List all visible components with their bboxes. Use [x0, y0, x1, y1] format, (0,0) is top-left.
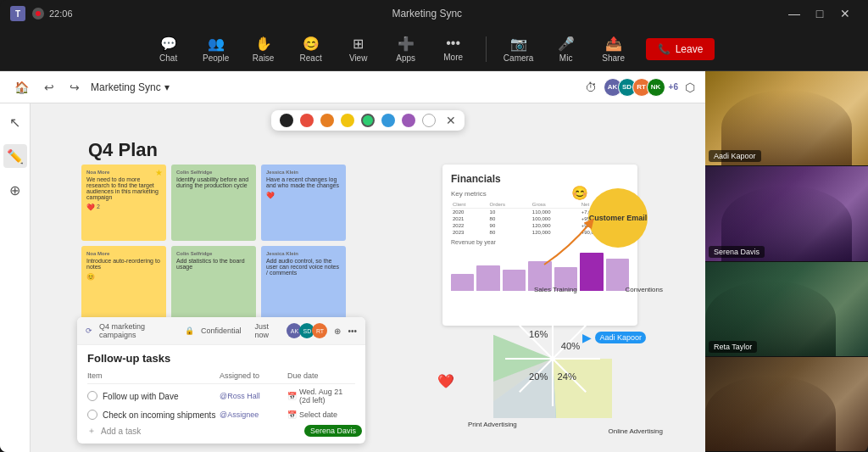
pie-label-sales-training: Sales Training [534, 286, 577, 293]
pen-color-green[interactable] [361, 114, 375, 127]
chat-icon: 💬 [160, 36, 177, 52]
divider [486, 36, 487, 62]
sticky-4-reaction: 😊 [86, 273, 161, 281]
breadcrumb: Marketing Sync ▾ [91, 81, 170, 93]
toolbar-time: 22:06 [49, 8, 73, 19]
pen-color-purple[interactable] [402, 114, 415, 127]
add-task-icon: ＋ [87, 425, 96, 437]
sticky-3-reaction: ❤️ [266, 192, 341, 199]
sticky-note-5[interactable]: Colin Selfridge Add statistics to the bo… [171, 246, 256, 322]
video-feed-aadi: Aadi Kapoor [705, 71, 868, 166]
person-silhouette-4 [705, 376, 836, 451]
calendar-icon-2: 📅 [287, 410, 297, 419]
share-icon: 📤 [605, 36, 622, 52]
timestamp: Just now [254, 322, 282, 339]
add-tool[interactable]: ⊕ [3, 178, 27, 202]
wb-toolbar-right: ⏱ AK SD RT NK +6 ⬡ [585, 78, 695, 97]
video-feed-4 [705, 357, 868, 452]
share-label: Share [602, 53, 625, 63]
tasks-panel-header: ⟳ Q4 marketing campaigns 🔒 Confidential … [77, 317, 365, 345]
col-header-item: Item [87, 371, 220, 380]
sticky-note-2[interactable]: Colin Selfridge Identify usability befor… [171, 165, 256, 241]
sticky-note-6-text: Add audio control, so the user can recor… [266, 258, 341, 276]
pen-color-blue[interactable] [381, 114, 395, 127]
task-1-due: 📅 Wed. Aug 21 (2d left) [287, 388, 355, 405]
pen-color-orange[interactable] [320, 114, 334, 127]
feed4-placeholder [705, 357, 868, 451]
task-1-checkbox[interactable] [87, 391, 97, 401]
chat-button[interactable]: 💬 Chat [153, 36, 184, 63]
sticky-note-6[interactable]: Jessica Klein Add audio control, so the … [261, 246, 346, 322]
svg-text:16%: 16% [529, 329, 548, 339]
left-tools: ↖ ✏️ ⊕ [0, 103, 31, 452]
pie-label-online: Online Advertising [609, 427, 663, 435]
leave-button[interactable]: 📞 Leave [646, 38, 715, 60]
title-bar-left: T 22:06 [10, 6, 73, 21]
mic-button[interactable]: 🎤 Mic [551, 36, 581, 63]
tasks-columns: Item Assigned to Due date [87, 371, 355, 384]
more-button[interactable]: ••• More [438, 36, 469, 62]
svg-text:24%: 24% [558, 371, 576, 382]
task-2-checkbox[interactable] [87, 410, 97, 420]
raise-icon: ✋ [255, 36, 272, 52]
sticky-note-2-text: Identify usability before and during the… [176, 176, 251, 188]
task-row-2: Check on incoming shipments @Assignee 📅 … [87, 410, 355, 420]
view-label: View [349, 53, 368, 63]
task-1-assignee[interactable]: @Ross Hall [220, 392, 287, 400]
q4-plan-title: Q4 Plan [88, 139, 158, 161]
people-button[interactable]: 👥 People [201, 36, 231, 63]
task-2-due: 📅 Select date [287, 410, 355, 419]
whiteboard-toolbar: 🏠 ↩ ↪ Marketing Sync ▾ ⏱ AK SD RT NK [0, 71, 705, 103]
wb-participant-avatars: AK SD RT NK +6 [604, 78, 678, 97]
pie-chart-svg: 40% 16% 20% 24% [493, 299, 612, 418]
minimize-button[interactable]: — [782, 2, 807, 25]
people-icon: 👥 [208, 36, 225, 52]
pen-toolbar-close[interactable]: ✕ [446, 114, 456, 127]
share-button[interactable]: 📤 Share [598, 36, 629, 63]
pen-color-black[interactable] [280, 114, 293, 127]
timer-icon[interactable]: ⏱ [585, 81, 597, 94]
apps-button[interactable]: ➕ Apps [391, 36, 421, 63]
arrow-annotation [536, 205, 604, 273]
confidential-text: Confidential [201, 326, 242, 335]
col-client: Client [451, 201, 488, 209]
task-2-assignee[interactable]: @Assignee [220, 410, 287, 419]
pen-color-red[interactable] [300, 114, 314, 127]
window-controls: — □ ✕ [782, 2, 858, 25]
close-button[interactable]: ✕ [832, 2, 858, 25]
react-button[interactable]: 😊 React [296, 36, 326, 63]
tasks-breadcrumb: Q4 marketing campaigns [99, 322, 178, 339]
video-panel: Aadi Kapoor Serena Davis Reta Taylor [705, 71, 868, 452]
video-feed-reta: Reta Taylor [705, 262, 868, 357]
task-2-due-text: Select date [299, 410, 337, 419]
video-name-serena: Serena Davis [709, 246, 765, 258]
sticky-note-3[interactable]: Jessica Klein Have a recent changes log … [261, 165, 346, 241]
maximize-button[interactable]: □ [807, 2, 832, 25]
wb-extra-count: +6 [669, 82, 678, 92]
wb-toolbar-left: 🏠 ↩ ↪ Marketing Sync ▾ [10, 79, 170, 96]
home-button[interactable]: 🏠 [10, 79, 33, 96]
pen-tool[interactable]: ✏️ [3, 144, 27, 168]
pen-color-yellow[interactable] [341, 114, 354, 127]
top-toolbar: 💬 Chat 👥 People ✋ Raise 😊 React ⊞ View ➕ [0, 27, 868, 71]
pen-color-white[interactable] [422, 114, 436, 127]
sticky-note-1[interactable]: Noa More ★ We need to do more research t… [81, 165, 166, 241]
sticky-note-1-author: Noa More [86, 170, 161, 175]
tasks-panel: ⟳ Q4 marketing campaigns 🔒 Confidential … [77, 317, 365, 444]
share-to-stage-icon[interactable]: ⬡ [685, 81, 695, 94]
task-row-1: Follow up with Dave @Ross Hall 📅 Wed. Au… [87, 388, 355, 405]
redo-button[interactable]: ↪ [65, 79, 84, 96]
svg-text:40%: 40% [561, 341, 580, 351]
sticky-note-4[interactable]: Noa More Introduce auto-reordering to no… [81, 246, 166, 322]
react-icon: 😊 [303, 36, 320, 52]
apps-icon: ➕ [398, 36, 415, 52]
feed4-photo-bg [705, 357, 868, 451]
view-button[interactable]: ⊞ View [343, 36, 374, 63]
undo-button[interactable]: ↩ [40, 79, 58, 96]
raise-button[interactable]: ✋ Raise [248, 36, 279, 63]
col-header-due: Due date [287, 371, 355, 380]
app-window: T 22:06 Marketing Sync — □ ✕ 💬 Chat 👥 [0, 0, 868, 452]
loop-icon: ⟳ [86, 326, 92, 335]
select-tool[interactable]: ↖ [3, 110, 27, 134]
camera-button[interactable]: 📷 Camera [504, 36, 534, 63]
